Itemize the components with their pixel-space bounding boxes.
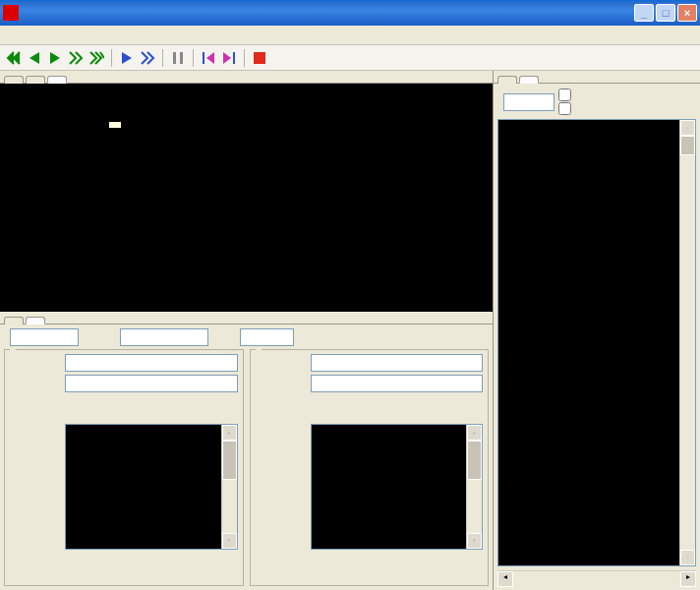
run-icon[interactable] [47,50,63,66]
tab-memory-listing[interactable] [519,76,539,84]
ffwd-end-icon[interactable] [221,50,237,66]
last-a-field[interactable] [65,375,238,392]
separator [193,49,194,67]
tab-console[interactable] [4,317,24,324]
step-icon[interactable] [68,50,84,66]
memory-listing[interactable]: ▴▾ [497,119,696,566]
close-button[interactable]: × [677,4,697,22]
minimize-button[interactable]: _ [634,4,654,22]
stop-icon[interactable] [252,50,267,66]
pause-icon[interactable] [170,50,186,66]
tab-memory-graph[interactable] [47,76,67,84]
cursor-step-icon[interactable] [119,50,135,66]
memory-tooltip [108,121,122,129]
step-back-icon[interactable] [27,50,42,66]
tasks-a-field[interactable] [65,354,238,372]
right-tabs [494,71,700,84]
warrior-a-group: ▴▾ [4,349,244,586]
tab-paper[interactable] [26,76,45,84]
tab-solution[interactable] [497,76,517,84]
live-field[interactable] [240,328,294,346]
scrollbar-v[interactable]: ▴▾ [221,425,237,549]
fast-forward-icon[interactable] [88,50,104,66]
next-a-list[interactable]: ▴▾ [65,424,238,550]
scrollbar-v[interactable]: ▴▾ [679,120,695,565]
app-icon [3,5,19,21]
next-b-list[interactable]: ▴▾ [311,424,484,550]
step-back-all-icon[interactable] [6,50,22,66]
cycle-field[interactable] [120,328,208,346]
scrollbar-v[interactable]: ▴▾ [466,425,482,549]
svg-rect-3 [233,52,235,64]
memory-graph[interactable] [0,84,493,312]
svg-rect-1 [180,52,183,64]
svg-rect-2 [203,52,204,64]
toolbar [0,45,700,71]
relative-checkbox[interactable] [558,88,573,101]
addr-field[interactable] [503,93,554,111]
tab-debug-overview[interactable] [26,317,45,324]
round-field[interactable] [10,328,79,346]
tab-aeka[interactable] [4,76,24,84]
tasks-b-field[interactable] [311,354,484,372]
bottom-tabs [0,312,493,324]
svg-rect-0 [173,52,176,64]
last-b-field[interactable] [311,375,484,392]
separator [162,49,163,67]
scrollbar-h[interactable]: ◂▸ [497,570,696,586]
autofocus-checkbox[interactable] [558,102,573,115]
separator [111,49,112,67]
svg-rect-4 [254,52,265,64]
title-bar: _ □ × [0,0,700,26]
separator [244,49,245,67]
cursor-fast-icon[interactable] [140,50,155,66]
left-tabs [0,71,493,84]
warrior-b-group: ▴▾ [250,349,490,586]
menu-bar [0,26,700,45]
debug-overview-panel: ▴▾ ▴▾ [0,324,493,590]
maximize-button[interactable]: □ [656,4,675,22]
rewind-icon[interactable] [201,50,216,66]
